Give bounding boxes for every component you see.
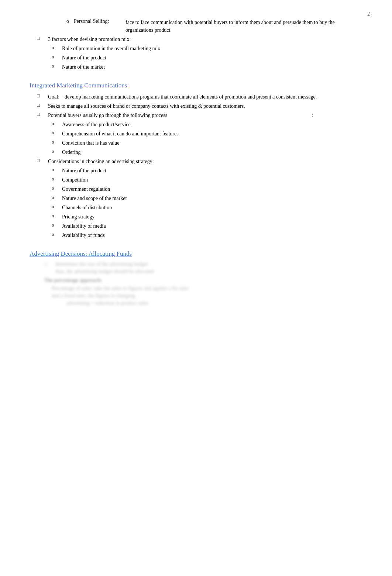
imc-goal-rest: develop marketing communications program… [65,94,317,100]
consideration-item-1: o Nature of the product [30,167,362,175]
blurred-para-1: Percentage of sales: take the sales to f… [44,286,362,292]
consideration-item-2: o Competition [30,176,362,184]
ci-5-text: Channels of distribution [62,204,362,211]
imc-potential-colon-char: : [312,113,313,118]
factor-item-1: o Role of promotion in the overall marke… [30,45,362,52]
factor-item-1-char: o [52,45,62,52]
factors-bullet: □ 3 factors when devising promotion mix: [30,35,362,43]
blurred-sub-heading: The percentage approach: [44,277,362,283]
ci-1-text: Nature of the product [62,167,362,175]
imc-goal-bullet: □ Goal: develop marketing communications… [30,93,362,101]
blurred-sub-item: advertising = reduction in product sales [44,300,362,306]
ci-8-text: Availability of funds [62,231,362,239]
blurred-para-2: and a fixed ratio. the figures is changi… [44,293,362,299]
personal-selling-entry: o Personal Selling: face to face communi… [30,18,362,34]
ci-6-char: o [52,213,62,221]
factor-item-3: o Nature of the market [30,63,362,71]
process-item-4-char: o [52,148,62,156]
imc-goal-char: □ [37,93,48,101]
process-item-1-char: o [52,121,62,128]
imc-seeks-char: □ [37,102,48,110]
ci-2-char: o [52,176,62,184]
advertising-heading: Advertising Decisions: Allocating Funds [30,250,362,258]
process-item-2: o Comprehension of what it can do and im… [30,130,362,138]
imc-goal-tab [59,94,65,100]
process-item-3-char: o [52,139,62,147]
blurred-sub-heading-block: The percentage approach: Percentage of s… [44,277,362,306]
consideration-item-3: o Government regulation [30,185,362,193]
factor-item-2: o Nature of the product [30,54,362,62]
ci-5-char: o [52,204,62,211]
factor-item-2-text: Nature of the product [62,54,362,62]
process-item-2-text: Comprehension of what it can do and impo… [62,130,362,138]
considerations-char: □ [37,158,48,165]
imc-potential-colon [167,113,312,118]
page-number: 2 [367,11,370,17]
consideration-item-4: o Nature and scope of the market [30,194,362,202]
ci-7-text: Availability of media [62,222,362,230]
process-item-1-text: Awareness of the product/service [62,121,362,128]
consideration-item-7: o Availability of media [30,222,362,230]
imc-potential-main: Potential buyers usually go through the … [48,113,167,118]
advertising-section: Advertising Decisions: Allocating Funds … [30,250,362,306]
ci-7-char: o [52,222,62,230]
process-item-4-text: Ordering [62,148,362,156]
considerations-bullet: □ Considerations in choosing an advertis… [30,158,362,165]
ps-label: Personal Selling: [74,18,125,34]
ps-text: face to face communication with potentia… [125,18,362,34]
ci-2-text: Competition [62,176,362,184]
process-item-2-char: o [52,130,62,138]
imc-heading: Integrated Marketing Communications: [30,82,362,89]
ci-8-char: o [52,231,62,239]
factors-bullet-text: 3 factors when devising promotion mix: [48,35,362,43]
process-item-1: o Awareness of the product/service [30,121,362,128]
blurred-bullet-1: □ determines the size of the advertising… [44,261,362,275]
factor-item-2-char: o [52,54,62,62]
page-content: o Personal Selling: face to face communi… [30,18,362,306]
imc-goal-text: Goal: develop marketing communications p… [48,93,362,101]
consideration-item-8: o Availability of funds [30,231,362,239]
ci-1-char: o [52,167,62,175]
imc-potential-bullet: □ Potential buyers usually go through th… [30,111,362,119]
process-item-4: o Ordering [30,148,362,156]
ci-4-text: Nature and scope of the market [62,194,362,202]
top-section: o Personal Selling: face to face communi… [30,18,362,71]
imc-seeks-bullet: □ Seeks to manage all sources of brand o… [30,102,362,110]
process-item-3-text: Conviction that is has value [62,139,362,147]
blurred-line-2: thus, the advertising budget should be a… [55,269,154,275]
ci-3-char: o [52,185,62,193]
factors-bullet-char: □ [37,35,48,43]
consideration-item-5: o Channels of distribution [30,204,362,211]
consideration-item-6: o Pricing strategy [30,213,362,221]
blurred-line-1: determines the size of the advertising b… [55,261,148,267]
factor-item-3-char: o [52,63,62,71]
factor-item-1-text: Role of promotion in the overall marketi… [62,45,362,52]
imc-potential-text: Potential buyers usually go through the … [48,111,362,119]
imc-potential-char: □ [37,111,48,119]
imc-goal-label: Goal: [48,94,59,100]
process-item-3: o Conviction that is has value [30,139,362,147]
imc-seeks-text: Seeks to manage all sources of brand or … [48,102,362,110]
ci-4-char: o [52,194,62,202]
ci-6-text: Pricing strategy [62,213,362,221]
page: 2 o Personal Selling: face to face commu… [0,0,392,576]
ps-bullet-char: o [66,18,74,34]
ci-3-text: Government regulation [62,185,362,193]
imc-section: Integrated Marketing Communications: □ G… [30,82,362,239]
factor-item-3-text: Nature of the market [62,63,362,71]
considerations-text: Considerations in choosing an advertisin… [48,158,362,165]
